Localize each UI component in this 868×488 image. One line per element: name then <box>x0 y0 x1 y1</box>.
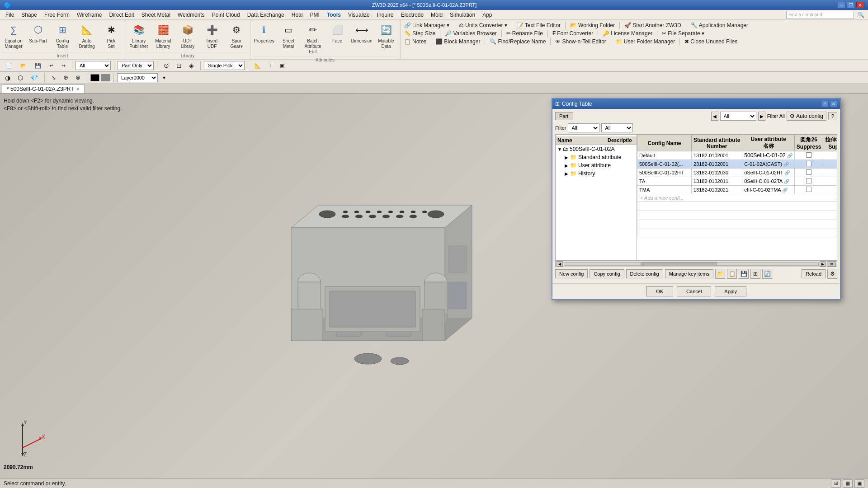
suppress1-checkbox5[interactable] <box>806 187 811 192</box>
block-manager-btn[interactable]: ⬛ Block Manager <box>436 38 480 45</box>
tab-file1[interactable]: * 500SelII-C-01-02A.Z3PRT ✕ <box>2 84 85 93</box>
delete-config-btn[interactable]: Delete config <box>626 269 663 278</box>
filter-combo[interactable]: All Part <box>720 112 756 121</box>
status-grid-btn[interactable]: ⊞ <box>831 479 841 488</box>
shaded-btn[interactable]: ◑ <box>2 73 14 83</box>
batch-attr-btn[interactable]: ✏ Batch AttributeEdit <box>301 21 325 56</box>
find-replace-btn[interactable]: 🔍 Find/Replace Name <box>490 38 546 45</box>
menu-simulation[interactable]: Simulation <box>446 11 479 19</box>
suppress2-cell[interactable] <box>823 151 837 160</box>
scroll-track[interactable] <box>564 262 819 266</box>
config-settings-btn[interactable]: ⚙ <box>827 269 837 279</box>
library-publisher-btn[interactable]: 📚 LibraryPublisher <box>127 21 151 52</box>
view-btn-3[interactable]: ◈ <box>186 61 197 70</box>
manage-key-items-btn[interactable]: Manage key items <box>665 269 713 278</box>
suppress2-cell[interactable]: ✓ <box>823 160 837 169</box>
scroll-center-btn[interactable]: ⊞ <box>827 261 836 267</box>
properties-btn[interactable]: ℹ Properties <box>252 21 276 56</box>
search-input[interactable]: Find a command <box>786 11 854 19</box>
filter-combo2a[interactable]: All Part <box>568 123 599 132</box>
tree-toggle-root[interactable]: ▼ <box>557 147 563 152</box>
menu-weldments[interactable]: Weldments <box>174 11 208 19</box>
new-config-btn[interactable]: New config <box>555 269 588 278</box>
face-btn[interactable]: ⬜ Face <box>326 21 349 56</box>
reload-btn[interactable]: Reload <box>802 269 826 278</box>
undo-btn[interactable]: ↩ <box>46 61 57 70</box>
close-btn[interactable]: ✕ <box>856 2 864 8</box>
auto-config-btn[interactable]: ⚙ Auto config <box>787 112 826 121</box>
suppress1-cell[interactable] <box>794 160 823 169</box>
layer-dropdown-btn[interactable]: ▾ <box>160 73 169 82</box>
tree-toggle-history[interactable]: ▶ <box>565 171 570 176</box>
suppress2-cell[interactable] <box>823 186 837 194</box>
layer-combo[interactable]: Layer0000 <box>117 73 158 82</box>
menu-wireframe[interactable]: Wireframe <box>73 11 105 19</box>
udf-library-btn[interactable]: 📦 UDFLibrary <box>176 21 199 52</box>
config-name-cell[interactable]: TA <box>637 177 692 186</box>
font-converter-btn[interactable]: F Font Converter <box>552 30 593 37</box>
auto-config-help-btn[interactable]: ? <box>828 112 837 120</box>
copy-config-btn[interactable]: Copy config <box>590 269 624 278</box>
step-size-btn[interactable]: 📏 Step Size <box>404 30 435 37</box>
config-name-cell[interactable]: Default <box>637 151 692 160</box>
add-config-row[interactable]: < Add a new confi... <box>637 194 837 202</box>
minimize-btn[interactable]: ─ <box>837 2 845 8</box>
status-view2-btn[interactable]: ▣ <box>854 479 864 488</box>
grid-icon-btn[interactable]: ⊞ <box>750 269 760 279</box>
menu-heal[interactable]: Heal <box>288 11 307 19</box>
suppress1-checkbox3[interactable] <box>806 169 811 175</box>
view-btn-2[interactable]: ⊡ <box>173 61 185 70</box>
link-manager-btn[interactable]: 🔗 Link Manager ▾ <box>404 22 449 28</box>
search-icon[interactable]: 🔍 <box>858 12 864 18</box>
save-icon-btn[interactable]: 💾 <box>739 269 749 279</box>
config-table-btn[interactable]: ⊞ ConfigTable <box>51 21 74 52</box>
tab-close-icon[interactable]: ✕ <box>76 87 80 92</box>
restore-btn[interactable]: ❐ <box>847 2 855 8</box>
filter-nav-right[interactable]: ▶ <box>758 112 765 121</box>
pick-set-btn[interactable]: ✱ PickSet <box>99 21 123 52</box>
suppress2-cell[interactable] <box>823 169 837 177</box>
save-file-btn[interactable]: 💾 <box>32 61 44 70</box>
open-file-btn[interactable]: 📂 <box>17 61 30 70</box>
type-combo[interactable]: All Part Assembly <box>75 61 111 70</box>
close-unused-files-btn[interactable]: ✖ Close Unused Files <box>684 38 737 45</box>
working-folder-btn[interactable]: 📂 Working Folder <box>570 22 615 28</box>
view-front-btn[interactable]: ▣ <box>277 61 288 70</box>
export-icon-btn[interactable]: 📋 <box>727 269 737 279</box>
mutable-data-btn[interactable]: 🔄 MutableData <box>374 21 398 56</box>
refresh-icon-btn[interactable]: 🔄 <box>762 269 772 279</box>
config-name-cell[interactable]: 500SelII-C-01-02(... <box>637 160 692 169</box>
spur-gear-btn[interactable]: ⚙ SpurGear▾ <box>225 21 248 52</box>
cancel-btn[interactable]: Cancel <box>677 286 711 296</box>
snap-btn2[interactable]: ⊕ <box>60 73 71 82</box>
menu-sheet-metal[interactable]: Sheet Metal <box>138 11 174 19</box>
menu-point-cloud[interactable]: Point Cloud <box>208 11 244 19</box>
text-file-editor-btn[interactable]: 📝 Text File Editor <box>517 22 561 28</box>
add-config-placeholder[interactable]: < Add a new confi... <box>637 194 837 202</box>
user-folder-manager-btn[interactable]: 📁 User Folder Manager <box>616 38 675 45</box>
tree-toggle-user[interactable]: ▶ <box>565 163 570 168</box>
license-manager-btn[interactable]: 🔑 License Manager <box>603 30 652 37</box>
view-combo[interactable]: Part Only All <box>118 61 154 70</box>
render-btn[interactable]: 💎 <box>27 73 41 83</box>
app-manager-btn[interactable]: 🔧 Application Manager <box>691 22 748 28</box>
sub-part-btn[interactable]: ⬡ Sub-Part <box>26 21 50 52</box>
units-converter-btn[interactable]: ⚖ Units Converter ▾ <box>459 22 507 28</box>
config-name-cell[interactable]: TMA <box>637 186 692 194</box>
config-name-cell[interactable]: 500SelII-C-01-02HT <box>637 169 692 177</box>
menu-mold[interactable]: Mold <box>427 11 446 19</box>
pick-mode-combo[interactable]: Single Pick Multiple Pick <box>204 61 245 70</box>
snap-btn1[interactable]: ↘ <box>48 73 59 82</box>
menu-pmi[interactable]: PMI <box>306 11 323 19</box>
import-icon-btn[interactable]: 📁 <box>715 269 725 279</box>
insert-udf-btn[interactable]: ➕ InsertUDF <box>200 21 224 52</box>
menu-inquire[interactable]: Inquire <box>373 11 397 19</box>
tree-item-root[interactable]: ▼ 🗂 500SelII-C-01-02A <box>556 145 637 153</box>
dialog-close-btn[interactable]: ✕ <box>830 101 837 107</box>
menu-shape[interactable]: Shape <box>18 11 41 19</box>
suppress1-cell[interactable] <box>794 169 823 177</box>
filter-nav-left[interactable]: ◀ <box>711 112 718 121</box>
suppress1-cell[interactable] <box>794 151 823 160</box>
view-top-btn[interactable]: ⊤ <box>265 61 276 70</box>
equation-manager-btn[interactable]: ∑ Equation Manager <box>2 21 25 52</box>
